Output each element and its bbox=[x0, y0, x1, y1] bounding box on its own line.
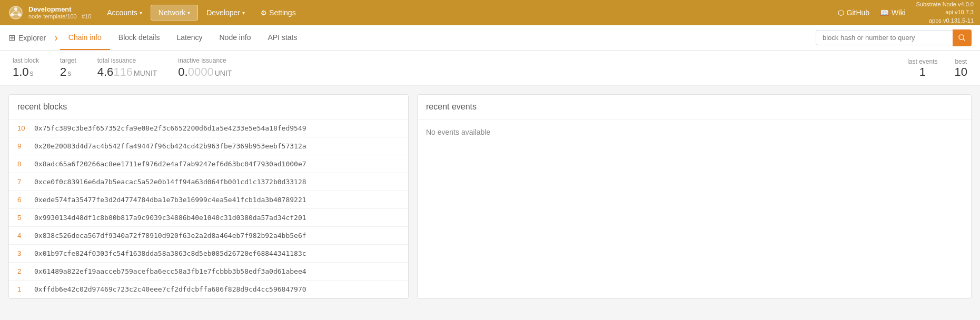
last-events-value: 1 bbox=[919, 65, 926, 79]
main-content: recent blocks 10 0x75fc389c3be3f657352cf… bbox=[0, 86, 980, 307]
total-issuance-label: total issuance bbox=[97, 57, 157, 64]
block-number[interactable]: 2 bbox=[17, 267, 34, 275]
node-info: Development node-template/100 #10 bbox=[28, 5, 91, 21]
nav-settings[interactable]: ⚙ Settings bbox=[253, 5, 303, 20]
block-hash[interactable]: 0xede574fa35477fe3d2d4774784dba1e7b3e169… bbox=[34, 196, 306, 204]
target-value: 2s bbox=[60, 65, 76, 79]
accounts-chevron-icon: ▾ bbox=[140, 10, 142, 16]
table-row: 3 0x01b97cfe824f0303fc54f1638dda58a3863c… bbox=[9, 245, 408, 263]
search-input[interactable] bbox=[816, 30, 953, 45]
nav-right: ⬡ GitHub 📖 Wiki Substrate Node v4.0.0 ap… bbox=[838, 1, 974, 25]
inactive-issuance-label: inactive issuance bbox=[178, 57, 232, 64]
block-number[interactable]: 9 bbox=[17, 142, 34, 150]
block-hash[interactable]: 0x8adc65a6f20266ac8ee1711ef976d2e4af7ab9… bbox=[34, 160, 306, 168]
block-number[interactable]: 5 bbox=[17, 214, 34, 222]
table-row: 10 0x75fc389c3be3f657352cfa9e08e2f3c6652… bbox=[9, 119, 408, 137]
block-number[interactable]: 3 bbox=[17, 249, 34, 257]
wiki-icon: 📖 bbox=[880, 8, 889, 17]
no-events-message: No events available bbox=[418, 119, 971, 145]
search-icon bbox=[958, 34, 966, 42]
nav-network[interactable]: Network ▾ bbox=[151, 5, 198, 21]
nav-items: Accounts ▾ Network ▾ Developer ▾ ⚙ Setti… bbox=[100, 5, 303, 21]
block-hash[interactable]: 0x61489a822ef19aacceb759acefba6ecc58a3fb… bbox=[34, 267, 306, 275]
recent-blocks-panel: recent blocks 10 0x75fc389c3be3f657352cf… bbox=[8, 94, 409, 299]
inactive-issuance-stat: inactive issuance 0.0000UNIT bbox=[178, 57, 232, 79]
block-hash[interactable]: 0x01b97cfe824f0303fc54f1638dda58a3863c8d… bbox=[34, 249, 306, 257]
version-info: Substrate Node v4.0.0 api v10.7.3 apps v… bbox=[916, 1, 974, 25]
table-row: 1 0xffdb6e42c02d97469c723c2c40eee7cf2dfd… bbox=[9, 281, 408, 298]
last-events-stat: last events 1 bbox=[907, 58, 937, 79]
table-row: 8 0x8adc65a6f20266ac8ee1711ef976d2e4af7a… bbox=[9, 155, 408, 173]
table-row: 9 0x20e20083d4d7ac4b542ffa49447f96cb424c… bbox=[9, 137, 408, 155]
tab-block-details[interactable]: Block details bbox=[110, 26, 169, 50]
last-block-value: 1.0s bbox=[13, 65, 39, 79]
recent-events-header: recent events bbox=[418, 95, 971, 119]
node-path: node-template/100 #10 bbox=[28, 13, 91, 20]
tab-chain-info[interactable]: Chain info bbox=[60, 26, 110, 50]
block-number[interactable]: 1 bbox=[17, 285, 34, 293]
last-events-label: last events bbox=[907, 58, 937, 65]
last-block-stat: last block 1.0s bbox=[13, 57, 39, 79]
tab-api-stats[interactable]: API stats bbox=[259, 26, 305, 50]
tab-node-info[interactable]: Node info bbox=[211, 26, 260, 50]
table-row: 4 0x838c526deca567df9340a72f78910d920f63… bbox=[9, 227, 408, 245]
block-hash[interactable]: 0xce0f0c83916e6da7b5eacac5a52e0b14ff94a6… bbox=[34, 178, 306, 186]
explorer-tab[interactable]: ⊞ Explorer bbox=[8, 33, 52, 43]
network-chevron-icon: ▾ bbox=[187, 10, 190, 16]
table-row: 7 0xce0f0c83916e6da7b5eacac5a52e0b14ff94… bbox=[9, 173, 408, 191]
block-number[interactable]: 4 bbox=[17, 232, 34, 239]
wiki-link[interactable]: 📖 Wiki bbox=[880, 8, 905, 17]
target-stat: target 2s bbox=[60, 57, 76, 79]
sub-navbar: ⊞ Explorer › Chain info Block details La… bbox=[0, 25, 980, 51]
block-hash[interactable]: 0x20e20083d4d7ac4b542ffa49447f96cb424cd4… bbox=[34, 142, 306, 150]
svg-point-1 bbox=[14, 7, 17, 11]
nav-developer[interactable]: Developer ▾ bbox=[199, 5, 252, 20]
table-row: 6 0xede574fa35477fe3d2d4774784dba1e7b3e1… bbox=[9, 191, 408, 209]
block-hash[interactable]: 0xffdb6e42c02d97469c723c2c40eee7cf2dfdcb… bbox=[34, 285, 306, 293]
recent-blocks-header: recent blocks bbox=[9, 95, 408, 119]
settings-icon: ⚙ bbox=[261, 9, 267, 17]
tab-latency[interactable]: Latency bbox=[168, 26, 211, 50]
table-row: 5 0x9930134d48df1c8b00b817a9c9039c34886b… bbox=[9, 209, 408, 227]
block-hash[interactable]: 0x838c526deca567df9340a72f78910d920f63e2… bbox=[34, 232, 306, 239]
top-navbar: Development node-template/100 #10 Accoun… bbox=[0, 0, 980, 25]
best-stat: best 10 bbox=[955, 58, 967, 79]
blocks-list: 10 0x75fc389c3be3f657352cfa9e08e2f3c6652… bbox=[9, 119, 408, 298]
total-issuance-stat: total issuance 4.6116MUNIT bbox=[97, 57, 157, 79]
block-number[interactable]: 7 bbox=[17, 178, 34, 186]
block-hash[interactable]: 0x75fc389c3be3f657352cfa9e08e2f3c6652200… bbox=[34, 124, 306, 132]
developer-chevron-icon: ▾ bbox=[242, 10, 245, 16]
best-label: best bbox=[955, 58, 967, 65]
last-block-label: last block bbox=[13, 57, 39, 64]
grid-icon: ⊞ bbox=[8, 33, 15, 43]
logo-block: Development node-template/100 #10 bbox=[6, 3, 91, 22]
search-area bbox=[816, 29, 972, 46]
best-value: 10 bbox=[955, 65, 967, 79]
block-number[interactable]: 6 bbox=[17, 196, 34, 204]
block-hash[interactable]: 0x9930134d48df1c8b00b817a9c9039c34886b40… bbox=[34, 214, 306, 222]
table-row: 2 0x61489a822ef19aacceb759acefba6ecc58a3… bbox=[9, 263, 408, 281]
nav-divider: › bbox=[54, 32, 58, 44]
recent-events-panel: recent events No events available bbox=[417, 94, 972, 299]
stats-bar: last block 1.0s target 2s total issuance… bbox=[0, 51, 980, 86]
block-number[interactable]: 8 bbox=[17, 160, 34, 168]
block-number[interactable]: 10 bbox=[17, 124, 34, 132]
github-icon: ⬡ bbox=[838, 8, 844, 17]
logo-icon bbox=[6, 3, 25, 22]
target-label: target bbox=[60, 57, 76, 64]
github-link[interactable]: ⬡ GitHub bbox=[838, 8, 870, 17]
nav-accounts[interactable]: Accounts ▾ bbox=[100, 5, 150, 20]
search-button[interactable] bbox=[953, 29, 972, 46]
node-name: Development bbox=[28, 5, 91, 14]
stats-right: last events 1 best 10 bbox=[907, 58, 967, 79]
inactive-issuance-value: 0.0000UNIT bbox=[178, 65, 232, 79]
total-issuance-value: 4.6116MUNIT bbox=[97, 65, 157, 79]
